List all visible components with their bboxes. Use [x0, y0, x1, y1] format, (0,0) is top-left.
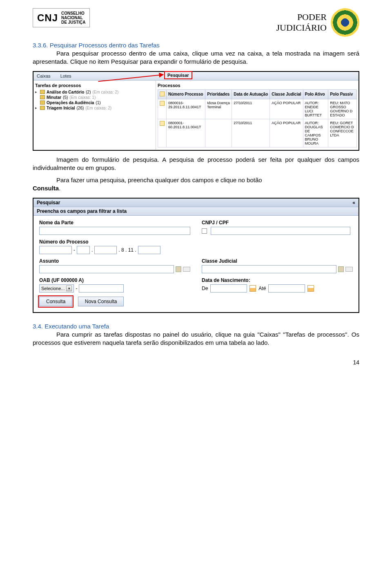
filter-subheader: Preencha os campos para filtrar a lista — [33, 207, 359, 216]
label-de: De — [202, 286, 208, 291]
expand-icon[interactable]: ▸ — [35, 90, 38, 94]
tab-pesquisar-highlighted[interactable]: Pesquisar — [164, 71, 192, 79]
screenshot-processos: Caixas Lotes Pesquisar Tarefas de proces… — [33, 71, 359, 151]
cnj-logo-subtitle: CONSELHO NACIONAL DE JUSTIÇA — [61, 11, 85, 25]
tree-row[interactable]: Minutar (5) (Em caixas: 1) — [35, 95, 154, 100]
col-prioridades[interactable]: Prioridades — [205, 89, 232, 99]
label-numero-processo: Número do Processo — [39, 239, 190, 245]
classe-judicial-input[interactable] — [202, 265, 336, 273]
nova-consulta-button[interactable]: Nova Consulta — [78, 297, 124, 306]
label-oab: OAB (UF 000000 A) — [39, 277, 190, 283]
folder-icon — [40, 90, 45, 94]
label-cnpj-cpf: CNPJ / CPF — [202, 220, 353, 226]
cnj-logo-box: CNJ CONSELHO NACIONAL DE JUSTIÇA — [33, 8, 90, 27]
oab-number-input[interactable] — [79, 284, 124, 293]
screenshot-pesquisar-form: Pesquisar « Preencha os campos para filt… — [33, 198, 359, 313]
brazil-emblem-icon — [331, 8, 359, 37]
cnpj-checkbox[interactable] — [202, 228, 207, 234]
document-icon[interactable] — [160, 101, 165, 106]
cnpj-cpf-input[interactable] — [211, 227, 350, 235]
table-row[interactable]: 0800016-29.2011.8.11.0041T Idosa Doença … — [158, 99, 357, 119]
col-polo-passivo[interactable]: Polo Passiv — [328, 89, 357, 99]
nome-parte-input[interactable] — [39, 227, 190, 235]
section1-para2: Imagem do formulário de pesquisa. A pesq… — [33, 156, 359, 172]
section2-para: Para cumprir as tarefas dispostas no pai… — [33, 331, 359, 347]
folder-icon — [40, 100, 45, 105]
section1-para1: Para pesquisar processo dentro de uma ca… — [33, 49, 359, 66]
section-336: 3.3.6. Pesquisar Processos dentro das Ta… — [33, 42, 359, 49]
label-data-nascimento: Data de Nascimento: — [202, 277, 353, 283]
date-to-input[interactable] — [268, 284, 305, 293]
col-icon — [158, 89, 167, 99]
label-nome-parte: Nome da Parte — [39, 220, 190, 226]
eraser-icon[interactable] — [345, 267, 353, 272]
tree-row[interactable]: Operações da Audiência (1) — [35, 100, 154, 105]
assunto-input[interactable] — [39, 265, 174, 273]
calendar-icon[interactable] — [249, 285, 256, 292]
tree-row[interactable]: ▸ Análise do Cartório (2) (Em caixas: 2) — [35, 89, 154, 95]
tree-header: Tarefas de processos — [35, 83, 154, 88]
col-classe[interactable]: Classe Judicial — [270, 89, 303, 99]
proc-num-seg2[interactable] — [77, 246, 90, 254]
proc-num-seg4[interactable] — [138, 246, 160, 254]
expand-icon[interactable]: ▸ — [35, 106, 38, 110]
folder-icon — [40, 95, 45, 99]
date-from-input[interactable] — [210, 284, 247, 293]
document-icon — [160, 92, 165, 96]
tree-picker-icon[interactable] — [338, 266, 344, 272]
col-numero[interactable]: Número Processo — [167, 89, 205, 99]
oab-uf-select[interactable]: Selecione... ▾ — [39, 284, 74, 293]
eraser-icon[interactable] — [183, 267, 190, 272]
page-header: CNJ CONSELHO NACIONAL DE JUSTIÇA PODER J… — [33, 8, 359, 37]
section1-para3: Para fazer uma pesquisa, preencha qualqu… — [33, 176, 359, 193]
processos-panel: Processos Número Processo Prioridades Da… — [156, 80, 359, 150]
calendar-icon[interactable] — [307, 285, 314, 292]
table-row[interactable]: 0800001-60.2011.8.11.0041T 27/10/2011 AÇ… — [158, 119, 357, 147]
header-title: PODER JUDICIÁRIO — [276, 12, 327, 33]
pesquisar-panel-header[interactable]: Pesquisar « — [33, 199, 359, 207]
numero-processo-group: - . . 8 . 11 . — [39, 246, 190, 254]
label-classe-judicial: Classe Judicial — [202, 258, 353, 264]
chevron-down-icon: ▾ — [66, 286, 72, 291]
cnj-logo-text: CNJ — [37, 12, 58, 24]
tarefas-tree-panel: Tarefas de processos ▸ Análise do Cartór… — [33, 80, 156, 150]
header-right: PODER JUDICIÁRIO — [276, 8, 359, 37]
tree-picker-icon[interactable] — [176, 266, 181, 272]
folder-icon — [40, 106, 45, 110]
collapse-icon[interactable]: « — [352, 200, 355, 205]
consulta-button[interactable]: Consulta — [39, 297, 72, 306]
tree-row[interactable]: ▸ Triagem Inicial (26) (Em caixas: 2) — [35, 105, 154, 111]
tab-lotes[interactable]: Lotes — [60, 74, 71, 78]
proc-num-seg3[interactable] — [94, 246, 117, 254]
section-34: 3.4. Executando uma Tarefa — [33, 323, 359, 330]
page-number: 14 — [33, 359, 359, 366]
processos-header: Processos — [158, 83, 357, 88]
document-icon[interactable] — [160, 121, 165, 126]
label-assunto: Assunto — [39, 258, 190, 264]
col-data[interactable]: Data de Autuação — [232, 89, 270, 99]
proc-num-seg1[interactable] — [39, 246, 72, 254]
label-ate: Até — [258, 286, 266, 291]
tab-caixas[interactable]: Caixas — [37, 74, 51, 78]
tab-bar: Caixas Lotes Pesquisar — [33, 72, 359, 80]
processos-table: Número Processo Prioridades Data de Autu… — [158, 89, 357, 147]
col-polo-ativo[interactable]: Polo Ativo — [303, 89, 328, 99]
